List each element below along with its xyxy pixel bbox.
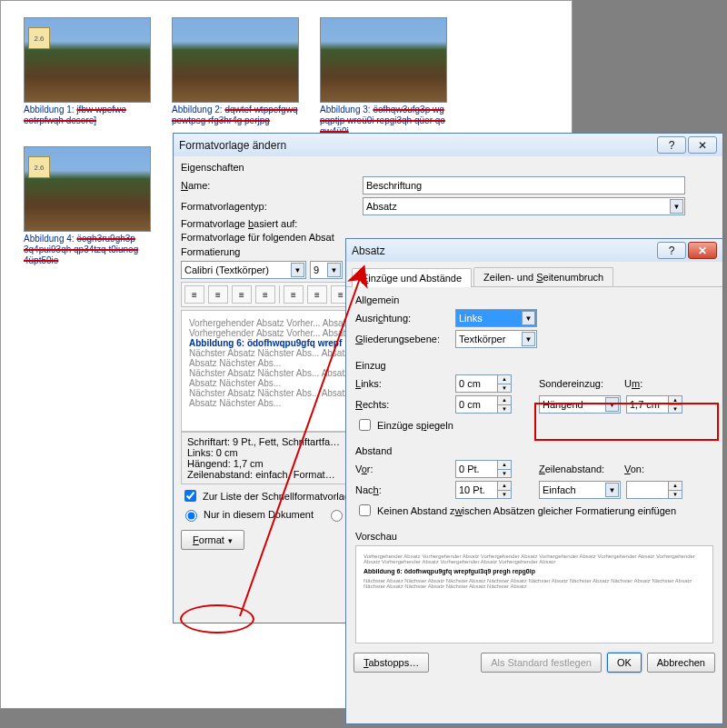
figure-image: [320, 17, 447, 103]
figure-caption: Abbildung 4: öogh3ru9gh3p 3q4pui93qh qp3…: [24, 234, 151, 266]
special-indent-label: Sondereinzug:: [539, 378, 624, 389]
help-button[interactable]: ?: [657, 242, 686, 259]
right-indent-label: Rechts:: [355, 399, 455, 410]
font-size-select[interactable]: [310, 261, 343, 279]
figure-caption: Abbildung 2: dqwtef wtppefgwq pewtpsg rf…: [172, 105, 299, 126]
alignment-select[interactable]: [455, 309, 537, 327]
tab-indents-spacing[interactable]: Einzüge und Abstände: [352, 268, 472, 287]
spinner-buttons[interactable]: ▲▼: [497, 374, 512, 393]
paragraph-dialog: Absatz ? ✕ Einzüge und Abstände Zeilen- …: [345, 238, 723, 724]
close-button[interactable]: ✕: [688, 136, 717, 154]
figure-image: [172, 17, 299, 103]
by-label: Um:: [624, 378, 661, 389]
figure-image: 2.6: [24, 17, 151, 103]
figure-image: 2.6: [24, 146, 151, 232]
format-dropdown-button[interactable]: Format: [181, 530, 244, 550]
space-before-label: Vor:: [355, 464, 455, 474]
dialog-titlebar[interactable]: Formatvorlage ändern ? ✕: [174, 134, 722, 156]
space-after-spinner[interactable]: ▲▼: [455, 481, 512, 499]
at-label: Von:: [624, 464, 661, 474]
special-indent-select[interactable]: [539, 395, 621, 414]
set-default-button[interactable]: Als Standard festlegen: [481, 653, 602, 673]
tabs-button[interactable]: Tabstopps…: [354, 653, 429, 673]
font-select[interactable]: [181, 261, 306, 279]
dialog-title: Absatz: [352, 244, 385, 257]
align-center-button[interactable]: ≡: [208, 285, 228, 304]
align-justify-button[interactable]: ≡: [255, 285, 275, 304]
name-input[interactable]: [363, 176, 685, 194]
spinner-buttons[interactable]: ▲▼: [668, 395, 682, 414]
right-indent-spinner[interactable]: ▲▼: [455, 395, 512, 414]
section-header: Einzug: [355, 360, 713, 371]
mirror-indents-checkbox[interactable]: Einzüge spiegeln: [355, 416, 713, 434]
at-spinner[interactable]: ▲▼: [626, 481, 682, 499]
left-indent-label: Links:: [355, 378, 455, 389]
spinner-buttons[interactable]: ▲▼: [497, 460, 512, 478]
left-indent-spinner[interactable]: ▲▼: [455, 374, 512, 393]
figure: 2.6 Abbildung 1: jfbw wpefwe eotrpfwqh d…: [24, 17, 151, 137]
radio-new-documents[interactable]: [331, 510, 343, 522]
linespacing-15-button[interactable]: ≡: [307, 285, 327, 304]
spinner-buttons[interactable]: ▲▼: [497, 481, 512, 499]
figure-row: 2.6 Abbildung 1: jfbw wpefwe eotrpfwqh d…: [24, 17, 549, 137]
name-label: Name:: [181, 180, 363, 191]
line-spacing-label: Zeilenabstand:: [539, 464, 624, 474]
cancel-button[interactable]: Abbrechen: [647, 653, 715, 673]
no-space-checkbox[interactable]: Keinen Abstand zwischen Absätzen gleiche…: [355, 502, 713, 519]
line-spacing-select[interactable]: [539, 481, 621, 499]
based-on-label: Formatvorlage basiert auf:: [181, 218, 363, 229]
dialog-titlebar[interactable]: Absatz ? ✕: [346, 239, 722, 262]
linespacing-1-button[interactable]: ≡: [284, 285, 304, 304]
next-style-label: Formatvorlage für folgenden Absat: [181, 232, 363, 243]
type-select[interactable]: [363, 197, 685, 215]
tab-line-page-breaks[interactable]: Zeilen- und Seitenumbruch: [473, 267, 613, 286]
figure: Abbildung 2: dqwtef wtppefgwq pewtpsg rf…: [172, 17, 299, 137]
paragraph-preview: Vorhergehender Absatz Vorhergehender Abs…: [355, 545, 713, 643]
section-header: Eigenschaften: [181, 162, 715, 173]
space-after-label: Nach:: [355, 484, 455, 495]
spinner-buttons[interactable]: ▲▼: [668, 481, 682, 499]
alignment-label: Ausrichtung:: [355, 313, 455, 324]
radio-this-document[interactable]: [185, 510, 197, 522]
dialog-title: Formatvorlage ändern: [179, 139, 286, 152]
type-label: Formatvorlagentyp:: [181, 201, 363, 212]
close-button[interactable]: ✕: [688, 242, 717, 259]
figure: 2.6 Abbildung 4: öogh3ru9gh3p 3q4pui93qh…: [24, 146, 151, 266]
ok-button[interactable]: OK: [607, 653, 642, 673]
checkbox-icon[interactable]: [359, 504, 371, 516]
align-right-button[interactable]: ≡: [232, 285, 252, 304]
by-spinner[interactable]: ▲▼: [626, 395, 682, 414]
section-header: Abstand: [355, 445, 713, 456]
outline-level-select[interactable]: [455, 330, 537, 348]
space-before-spinner[interactable]: ▲▼: [455, 460, 512, 478]
figure: Abbildung 3: öofhqw3ufg3p wg pqptjp wreü…: [320, 17, 447, 137]
outline-level-label: Gliederungsebene:: [355, 334, 455, 344]
help-button[interactable]: ?: [657, 136, 686, 154]
spinner-buttons[interactable]: ▲▼: [497, 395, 512, 414]
checkbox-icon[interactable]: [359, 419, 371, 431]
section-header: Allgemein: [355, 294, 713, 305]
checkbox-icon[interactable]: [184, 490, 196, 502]
tab-bar: Einzüge und Abstände Zeilen- und Seitenu…: [346, 262, 722, 287]
align-left-button[interactable]: ≡: [184, 285, 204, 304]
figure-caption: Abbildung 1: jfbw wpefwe eotrpfwqh desor…: [24, 105, 151, 126]
section-header: Vorschau: [355, 531, 713, 542]
